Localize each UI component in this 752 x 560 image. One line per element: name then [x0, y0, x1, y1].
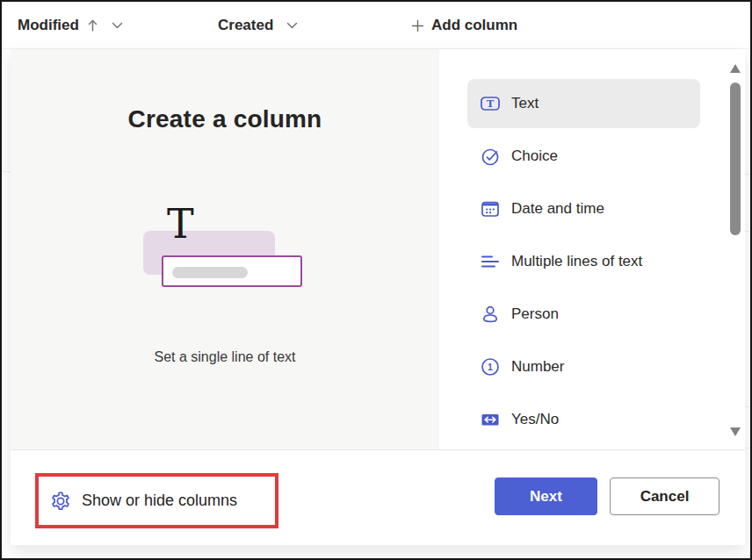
column-type-panel: T Text Choice Date and time: [439, 49, 745, 449]
plus-icon: [411, 19, 424, 32]
illustration-text-field: [162, 255, 302, 287]
type-option-yes-no[interactable]: Yes/No: [467, 395, 700, 444]
sort-ascending-icon: [87, 18, 98, 32]
type-option-person[interactable]: Person: [467, 290, 700, 339]
illustration-placeholder-pill: [172, 267, 248, 278]
person-icon: [480, 304, 501, 325]
gear-icon: [49, 490, 72, 513]
column-type-list: T Text Choice Date and time: [467, 79, 700, 448]
svg-text:1: 1: [488, 362, 493, 372]
page-row-divider: [745, 174, 750, 175]
type-description: Set a single line of text: [11, 349, 439, 365]
type-option-label: Person: [511, 305, 559, 323]
text-icon: T: [480, 93, 501, 114]
number-icon: 1: [480, 356, 501, 377]
type-option-number[interactable]: 1 Number: [467, 342, 700, 391]
type-option-label: Choice: [511, 147, 558, 165]
page-row-divider: [745, 448, 750, 449]
multiline-text-icon: [480, 251, 501, 272]
column-header-created[interactable]: Created: [218, 2, 298, 49]
page-row-divider: [745, 406, 750, 407]
type-option-date-time[interactable]: Date and time: [467, 184, 700, 233]
cancel-button[interactable]: Cancel: [610, 477, 719, 515]
column-header-modified[interactable]: Modified: [18, 2, 123, 49]
type-option-label: Multiple lines of text: [511, 253, 642, 270]
scroll-up-arrow[interactable]: [730, 64, 741, 73]
column-preview-panel: Create a column T Set a single line of t…: [11, 49, 439, 449]
yes-no-icon: [480, 409, 501, 430]
scrollbar-thumb[interactable]: [730, 83, 741, 235]
list-column-header: Modified Created Add column: [2, 2, 750, 49]
dialog-title: Create a column: [11, 105, 439, 133]
column-header-label: Created: [218, 17, 273, 34]
add-column-label: Add column: [431, 17, 517, 34]
type-option-label: Text: [511, 95, 539, 112]
chevron-down-icon[interactable]: [112, 22, 123, 29]
dialog-footer: Show or hide columns Next Cancel: [11, 449, 745, 545]
svg-text:T: T: [487, 98, 495, 110]
type-option-choice[interactable]: Choice: [467, 132, 700, 181]
show-hide-columns-button[interactable]: Show or hide columns: [49, 490, 237, 513]
type-option-label: Date and time: [511, 200, 604, 218]
add-column-button[interactable]: Add column: [411, 2, 517, 49]
chevron-down-icon[interactable]: [286, 22, 298, 29]
type-option-multiline-text[interactable]: Multiple lines of text: [467, 237, 700, 286]
type-option-text[interactable]: T Text: [467, 79, 700, 128]
type-option-label: Yes/No: [511, 411, 559, 428]
serif-t-glyph: T: [167, 204, 194, 244]
annotation-highlight-box: Show or hide columns: [35, 473, 278, 528]
calendar-icon: [480, 198, 501, 219]
type-option-label: Number: [511, 358, 564, 376]
create-column-dialog: Create a column T Set a single line of t…: [11, 49, 745, 545]
screenshot-frame: Modified Created Add column: [0, 0, 752, 560]
show-hide-columns-label: Show or hide columns: [82, 492, 237, 510]
page-row-divider: [2, 171, 11, 172]
column-header-label: Modified: [18, 17, 79, 34]
scroll-down-arrow[interactable]: [730, 427, 741, 436]
page-row-divider: [745, 231, 750, 232]
type-list-scrollbar[interactable]: [730, 49, 741, 449]
next-button[interactable]: Next: [495, 477, 597, 515]
choice-icon: [480, 146, 501, 167]
